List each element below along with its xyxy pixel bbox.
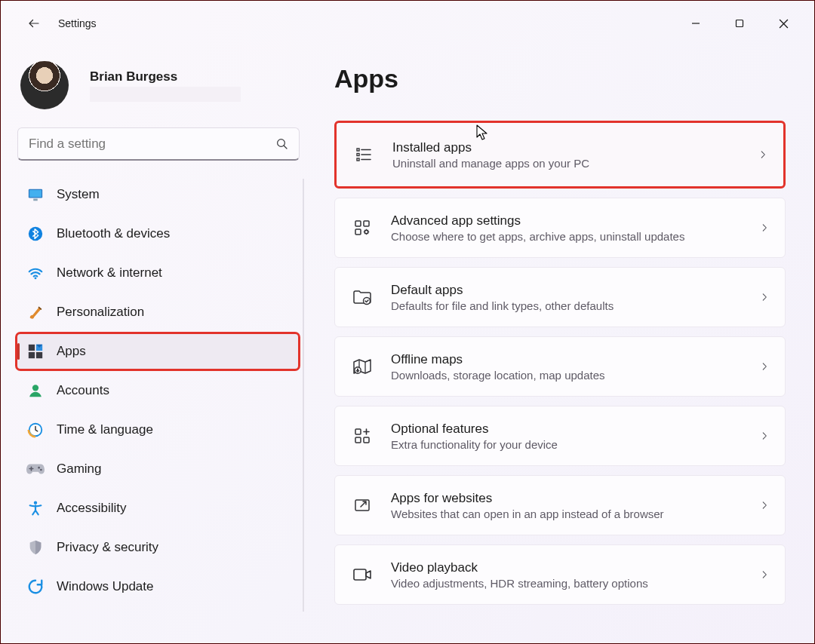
card-subtitle: Downloads, storage location, map updates — [391, 369, 752, 382]
sidebar: Brian Burgess SystemBluetooth & devicesN… — [1, 46, 312, 643]
card-title: Advanced app settings — [391, 213, 752, 228]
user-email-redacted — [90, 87, 241, 102]
svg-rect-26 — [355, 429, 361, 434]
svg-rect-18 — [357, 154, 359, 156]
content-pane: Apps Installed appsUninstall and manage … — [312, 46, 814, 643]
mouse-cursor-icon — [475, 124, 489, 141]
sidebar-item-privacy[interactable]: Privacy & security — [17, 530, 298, 565]
sidebar-item-time[interactable]: Time & language — [17, 412, 298, 447]
sidebar-item-label: Network & internet — [57, 265, 162, 281]
card-subtitle: Uninstall and manage apps on your PC — [392, 157, 750, 170]
cards-list: Installed appsUninstall and manage apps … — [334, 121, 786, 605]
window-title: Settings — [58, 17, 678, 29]
user-name: Brian Burgess — [90, 69, 241, 84]
clock-icon — [26, 421, 45, 439]
sidebar-item-label: Accounts — [57, 383, 109, 398]
card-optional[interactable]: Optional featuresExtra functionality for… — [334, 406, 786, 466]
sidebar-item-label: Time & language — [57, 422, 153, 437]
maximize-button[interactable] — [722, 8, 757, 38]
window-controls — [678, 8, 810, 38]
card-title: Default apps — [391, 283, 752, 298]
svg-rect-3 — [29, 190, 42, 197]
update-icon — [26, 578, 45, 596]
sidebar-item-personalization[interactable]: Personalization — [17, 295, 298, 330]
svg-rect-27 — [355, 437, 361, 443]
sidebar-item-label: Bluetooth & devices — [57, 226, 170, 241]
card-title: Optional features — [391, 422, 752, 437]
card-websites[interactable]: Apps for websitesWebsites that can open … — [334, 475, 786, 535]
svg-rect-22 — [355, 229, 361, 235]
sidebar-item-system[interactable]: System — [17, 177, 298, 212]
bluetooth-icon — [26, 225, 45, 243]
card-title: Apps for websites — [391, 491, 752, 506]
search-input[interactable] — [17, 127, 300, 161]
person-icon — [26, 382, 45, 400]
chevron-right-icon — [759, 500, 770, 511]
back-button[interactable] — [19, 8, 49, 38]
search-icon — [275, 137, 289, 151]
search-wrap — [17, 127, 300, 161]
card-advanced[interactable]: Advanced app settingsChoose where to get… — [334, 198, 786, 258]
grid-gear-icon — [352, 217, 373, 238]
svg-rect-7 — [29, 345, 35, 351]
close-button[interactable] — [766, 8, 801, 38]
svg-point-6 — [35, 277, 37, 279]
sidebar-item-label: Apps — [57, 344, 86, 359]
sidebar-item-label: Personalization — [57, 305, 144, 320]
card-title: Video playback — [391, 560, 752, 575]
chevron-right-icon — [759, 569, 770, 580]
nav-list: SystemBluetooth & devicesNetwork & inter… — [17, 177, 304, 604]
sidebar-item-label: Privacy & security — [57, 540, 158, 555]
card-video[interactable]: Video playbackVideo adjustments, HDR str… — [334, 544, 786, 605]
card-title: Installed apps — [392, 140, 750, 155]
sidebar-item-accounts[interactable]: Accounts — [17, 373, 298, 408]
card-offline[interactable]: Offline mapsDownloads, storage location,… — [334, 336, 786, 397]
shield-icon — [26, 538, 45, 557]
titlebar: Settings — [1, 1, 814, 46]
card-default[interactable]: Default appsDefaults for file and link t… — [334, 267, 786, 327]
close-icon — [779, 19, 789, 29]
card-subtitle: Extra functionality for your device — [391, 438, 752, 451]
sidebar-item-label: Windows Update — [57, 579, 154, 594]
svg-rect-30 — [354, 569, 366, 580]
svg-rect-0 — [737, 20, 743, 27]
folder-check-icon — [352, 287, 373, 308]
sidebar-item-apps[interactable]: Apps — [17, 334, 298, 369]
svg-point-11 — [32, 385, 38, 391]
list-check-icon — [353, 144, 374, 165]
monitor-icon — [26, 186, 45, 204]
maximize-icon — [735, 19, 744, 28]
gamepad-icon — [26, 460, 45, 478]
svg-rect-21 — [364, 221, 369, 226]
user-block[interactable]: Brian Burgess — [20, 61, 304, 109]
page-title: Apps — [334, 64, 786, 94]
launch-icon — [352, 495, 373, 516]
arrow-left-icon — [27, 17, 41, 30]
video-icon — [352, 564, 373, 585]
sidebar-item-update[interactable]: Windows Update — [17, 569, 298, 604]
card-subtitle: Choose where to get apps, archive apps, … — [391, 230, 752, 243]
access-icon — [26, 499, 45, 517]
sidebar-item-gaming[interactable]: Gaming — [17, 452, 298, 486]
chevron-right-icon — [758, 149, 768, 160]
svg-point-15 — [40, 469, 42, 471]
card-title: Offline maps — [391, 352, 752, 367]
chevron-right-icon — [759, 361, 770, 372]
sidebar-item-network[interactable]: Network & internet — [17, 256, 298, 290]
card-installed[interactable]: Installed appsUninstall and manage apps … — [334, 121, 786, 189]
avatar — [20, 61, 69, 109]
svg-rect-17 — [357, 149, 359, 151]
sidebar-item-bluetooth[interactable]: Bluetooth & devices — [17, 216, 298, 251]
sidebar-item-label: System — [57, 187, 100, 202]
grid-plus-icon — [352, 425, 373, 446]
sidebar-item-label: Gaming — [57, 462, 102, 477]
brush-icon — [26, 303, 45, 321]
sidebar-item-label: Accessibility — [57, 501, 127, 516]
minimize-icon — [691, 19, 700, 28]
minimize-button[interactable] — [678, 8, 713, 38]
chevron-right-icon — [759, 292, 770, 302]
card-subtitle: Video adjustments, HDR streaming, batter… — [391, 577, 752, 590]
svg-point-14 — [38, 467, 40, 469]
wifi-icon — [26, 264, 45, 282]
sidebar-item-accessibility[interactable]: Accessibility — [17, 491, 298, 526]
